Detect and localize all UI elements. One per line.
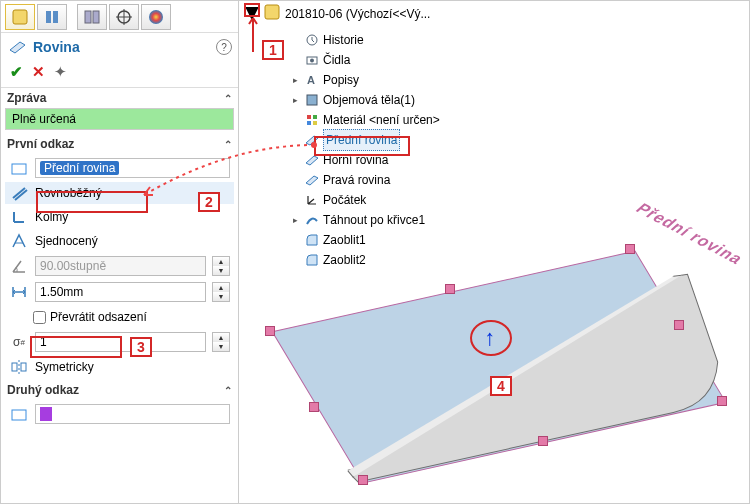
annotation-number-4: 4 [490, 376, 512, 396]
cancel-button[interactable]: ✕ [29, 63, 47, 81]
tab-dimxpert[interactable] [109, 4, 139, 30]
svg-rect-24 [313, 115, 317, 119]
offset-distance-input[interactable] [35, 282, 206, 302]
part-icon [263, 3, 281, 24]
option-coincident[interactable]: Sjednocený [5, 230, 234, 252]
annotation-dotted-link [140, 140, 320, 200]
annotation-box [314, 136, 410, 156]
ok-button[interactable]: ✔ [7, 63, 25, 81]
tree-right-plane[interactable]: Pravá rovina [289, 170, 749, 190]
plane-handle[interactable] [265, 326, 275, 336]
selection-icon [9, 404, 29, 424]
svg-rect-0 [13, 10, 27, 24]
tab-display-manager[interactable] [141, 4, 171, 30]
tree-origin[interactable]: Počátek [289, 190, 749, 210]
option-symmetric[interactable]: Symetricky [5, 356, 234, 378]
feature-title: Rovina [33, 39, 210, 55]
chevron-up-icon: ⌃ [224, 93, 232, 104]
svg-rect-23 [307, 115, 311, 119]
annotation-number-3: 3 [130, 337, 152, 357]
svg-rect-26 [313, 121, 317, 125]
instances-icon: σ# [9, 332, 29, 352]
symmetric-icon [9, 357, 29, 377]
graphics-viewport[interactable]: ↑ Přední rovina [251, 231, 737, 493]
annotation-arrow-1 [247, 18, 259, 54]
svg-rect-9 [12, 164, 26, 174]
svg-rect-25 [307, 121, 311, 125]
distance-stepper[interactable]: ▲▼ [212, 282, 230, 302]
svg-text:A: A [307, 74, 315, 86]
svg-point-8 [149, 10, 163, 24]
coincident-icon [9, 231, 29, 251]
actions-row: ✔ ✕ ✦ [1, 61, 238, 88]
tree-material[interactable]: Materiál <není určen> [289, 110, 749, 130]
section-message-header[interactable]: Zpráva ⌃ [1, 88, 238, 108]
plane-handle[interactable] [674, 320, 684, 330]
angle-input [35, 256, 206, 276]
ref-selected-value: Přední rovina [40, 161, 119, 175]
angle-icon [9, 256, 29, 276]
tab-feature-manager[interactable] [5, 4, 35, 30]
tab-property-manager[interactable] [37, 4, 67, 30]
parallel-icon [9, 183, 29, 203]
svg-rect-22 [307, 95, 317, 105]
svg-rect-14 [12, 363, 17, 371]
second-reference-field[interactable] [35, 404, 230, 424]
section-second-ref-header[interactable]: Druhý odkaz ⌃ [1, 380, 238, 400]
flip-offset-label: Převrátit odsazení [50, 310, 147, 324]
plane-handle[interactable] [358, 475, 368, 485]
selection-icon [9, 158, 29, 178]
annotation-box [244, 3, 260, 17]
svg-rect-2 [53, 11, 58, 23]
svg-point-28 [311, 142, 317, 148]
annotation-box [30, 336, 122, 358]
tree-bodies[interactable]: ▸Objemová těla(1) [289, 90, 749, 110]
pin-button[interactable]: ✦ [51, 63, 69, 81]
svg-rect-16 [12, 410, 26, 420]
plane-handle[interactable] [625, 244, 635, 254]
tab-config-manager[interactable] [77, 4, 107, 30]
plane-handle[interactable] [445, 284, 455, 294]
svg-rect-3 [85, 11, 91, 23]
message-body: Plně určená [5, 108, 234, 130]
svg-rect-4 [93, 11, 99, 23]
help-icon[interactable]: ? [216, 39, 232, 55]
svg-rect-17 [265, 5, 279, 19]
svg-rect-1 [46, 11, 51, 23]
plane-handle[interactable] [538, 436, 548, 446]
offset-distance-icon [9, 282, 29, 302]
flip-offset-checkbox[interactable] [33, 311, 46, 324]
annotation-box [36, 191, 148, 213]
tree-history[interactable]: Historie [289, 30, 749, 50]
angle-stepper: ▲▼ [212, 256, 230, 276]
plane-handle[interactable] [717, 396, 727, 406]
instances-stepper[interactable]: ▲▼ [212, 332, 230, 352]
plane-handle[interactable] [309, 402, 319, 412]
document-name[interactable]: 201810-06 (Výchozí<<Vý... [285, 7, 430, 21]
annotation-number-1: 1 [262, 40, 284, 60]
annotation-circle [470, 320, 512, 356]
chevron-up-icon: ⌃ [224, 385, 232, 396]
perpendicular-icon [9, 207, 29, 227]
svg-point-20 [310, 59, 314, 63]
property-manager-tabs [1, 1, 238, 33]
feature-header: Rovina ? [1, 33, 238, 61]
tree-sensors[interactable]: Čidla [289, 50, 749, 70]
svg-rect-15 [21, 363, 26, 371]
plane-icon [7, 37, 27, 57]
tree-annotations[interactable]: ▸APopisy [289, 70, 749, 90]
